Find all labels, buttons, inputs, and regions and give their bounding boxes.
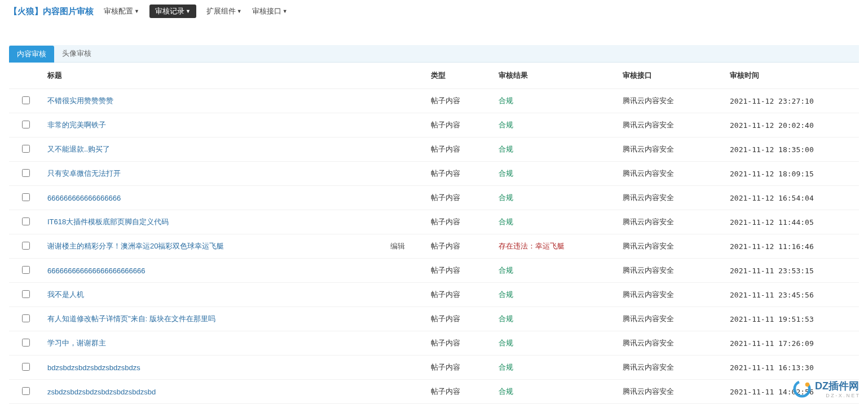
time-cell: 2021-11-12 11:16:46 [725, 234, 859, 259]
type-cell: 帖子内容 [426, 113, 494, 137]
table-row: 666666666666666666帖子内容合规腾讯云内容安全2021-11-1… [9, 186, 859, 210]
nav-label: 扩展组件 [206, 6, 236, 16]
type-cell: 帖子内容 [426, 186, 494, 210]
row-checkbox[interactable] [22, 121, 30, 128]
title-link[interactable]: 我不是人机 [47, 290, 84, 299]
api-cell: 腾讯云内容安全 [618, 89, 725, 113]
table-row: IT618大插件模板底部页脚自定义代码帖子内容合规腾讯云内容安全2021-11-… [9, 210, 859, 234]
row-checkbox[interactable] [22, 266, 30, 274]
col-result-header: 审核结果 [494, 63, 618, 89]
title-link[interactable]: 学习中，谢谢群主 [47, 339, 106, 347]
result-text: 合规 [499, 169, 513, 177]
api-cell: 腾讯云内容安全 [618, 113, 725, 137]
table-row: 又不能退款..购买了帖子内容合规腾讯云内容安全2021-11-12 18:35:… [9, 137, 859, 162]
top-nav: 【火狼】内容图片审核 审核配置 ▼审核记录 ▼扩展组件 ▼审核接口 ▼ [0, 0, 868, 23]
audit-table: 标题 类型 审核结果 审核接口 审核时间 不错很实用赞赞赞赞帖子内容合规腾讯云内… [9, 63, 859, 404]
title-link[interactable]: 666666666666666666666666 [47, 267, 146, 275]
nav-label: 审核接口 [252, 6, 281, 16]
type-cell: 帖子内容 [426, 234, 494, 259]
time-cell: 2021-11-11 19:51:53 [725, 307, 859, 331]
col-api-header: 审核接口 [618, 63, 725, 89]
table-row: 非常的完美啊铁子帖子内容合规腾讯云内容安全2021-11-12 20:02:40 [9, 113, 859, 137]
title-link[interactable]: 非常的完美啊铁子 [47, 121, 106, 129]
type-cell: 帖子内容 [426, 210, 494, 234]
table-row: 666666666666666666666666帖子内容合规腾讯云内容安全202… [9, 259, 859, 283]
api-cell: 腾讯云内容安全 [618, 234, 725, 259]
result-text: 合规 [499, 339, 513, 347]
api-cell: 腾讯云内容安全 [618, 210, 725, 234]
type-cell: 帖子内容 [426, 259, 494, 283]
chevron-down-icon: ▼ [283, 8, 288, 14]
time-cell: 2021-11-12 18:35:00 [725, 137, 859, 162]
table-row: zsbdzsbdzsbdzsbdzsbdzsbdzsbd帖子内容合规腾讯云内容安… [9, 380, 859, 404]
row-checkbox[interactable] [22, 169, 30, 177]
api-cell: 腾讯云内容安全 [618, 259, 725, 283]
result-text: 合规 [499, 314, 513, 323]
table-row: 我不是人机帖子内容合规腾讯云内容安全2021-11-11 23:45:56 [9, 283, 859, 307]
nav-item-0[interactable]: 审核配置 ▼ [104, 6, 139, 16]
title-link[interactable]: 666666666666666666 [47, 194, 121, 202]
title-link[interactable]: 又不能退款..购买了 [47, 145, 110, 153]
watermark-icon [792, 379, 812, 398]
time-cell: 2021-11-11 23:53:15 [725, 259, 859, 283]
type-cell: 帖子内容 [426, 283, 494, 307]
row-checkbox[interactable] [22, 145, 30, 153]
title-link[interactable]: zsbdzsbdzsbdzsbdzsbdzsbdzsbd [47, 388, 156, 396]
api-cell: 腾讯云内容安全 [618, 137, 725, 162]
edit-link[interactable]: 编辑 [390, 241, 405, 251]
watermark-text: DZ插件网 [815, 380, 859, 392]
title-link[interactable]: 有人知道修改帖子详情页"来自: 版块在文件在那里吗 [47, 314, 215, 323]
nav-item-1[interactable]: 审核记录 ▼ [149, 5, 196, 18]
result-text: 合规 [499, 266, 513, 274]
title-link[interactable]: 不错很实用赞赞赞赞 [47, 96, 113, 105]
result-text: 合规 [499, 217, 513, 226]
time-cell: 2021-11-11 16:13:30 [725, 356, 859, 380]
row-checkbox[interactable] [22, 217, 30, 225]
type-cell: 帖子内容 [426, 356, 494, 380]
type-cell: 帖子内容 [426, 137, 494, 162]
nav-label: 审核记录 [155, 6, 184, 16]
chevron-down-icon: ▼ [134, 8, 139, 14]
nav-item-2[interactable]: 扩展组件 ▼ [206, 6, 242, 16]
title-link[interactable]: bdzsbdzsbdzsbdzsbdzsbdzs [47, 363, 140, 372]
tab-1[interactable]: 头像审核 [54, 45, 99, 62]
table-row: 学习中，谢谢群主帖子内容合规腾讯云内容安全2021-11-11 17:26:09 [9, 331, 859, 356]
time-cell: 2021-11-12 20:02:40 [725, 113, 859, 137]
title-link[interactable]: 谢谢楼主的精彩分享！澳洲幸运20福彩双色球幸运飞艇 [47, 242, 224, 250]
api-cell: 腾讯云内容安全 [618, 283, 725, 307]
nav-item-3[interactable]: 审核接口 ▼ [252, 6, 288, 16]
api-cell: 腾讯云内容安全 [618, 380, 725, 404]
result-text: 合规 [499, 145, 513, 153]
result-text: 合规 [499, 387, 513, 396]
row-checkbox[interactable] [22, 339, 30, 347]
api-cell: 腾讯云内容安全 [618, 307, 725, 331]
col-title-header: 标题 [43, 63, 426, 89]
watermark-sub: D Z - X . N E T [815, 393, 859, 398]
row-checkbox[interactable] [22, 242, 30, 250]
row-checkbox[interactable] [22, 290, 30, 298]
col-time-header: 审核时间 [725, 63, 859, 89]
type-cell: 帖子内容 [426, 307, 494, 331]
row-checkbox[interactable] [22, 387, 30, 395]
result-text: 合规 [499, 121, 513, 129]
result-text: 合规 [499, 290, 513, 299]
time-cell: 2021-11-12 23:27:10 [725, 89, 859, 113]
title-link[interactable]: 只有安卓微信无法打开 [47, 169, 121, 177]
row-checkbox[interactable] [22, 314, 30, 322]
table-row: 不错很实用赞赞赞赞帖子内容合规腾讯云内容安全2021-11-12 23:27:1… [9, 89, 859, 113]
row-checkbox[interactable] [22, 96, 30, 104]
row-checkbox[interactable] [22, 193, 30, 201]
svg-point-1 [805, 383, 810, 387]
tab-0[interactable]: 内容审核 [9, 46, 54, 63]
api-cell: 腾讯云内容安全 [618, 331, 725, 356]
title-link[interactable]: IT618大插件模板底部页脚自定义代码 [47, 217, 169, 226]
table-row: bdzsbdzsbdzsbdzsbdzsbdzs帖子内容合规腾讯云内容安全202… [9, 356, 859, 380]
api-cell: 腾讯云内容安全 [618, 162, 725, 186]
type-cell: 帖子内容 [426, 162, 494, 186]
result-text: 合规 [499, 96, 513, 105]
time-cell: 2021-11-11 17:26:09 [725, 331, 859, 356]
result-text: 合规 [499, 363, 513, 371]
table-row: 有人知道修改帖子详情页"来自: 版块在文件在那里吗帖子内容合规腾讯云内容安全20… [9, 307, 859, 331]
row-checkbox[interactable] [22, 363, 30, 371]
nav-label: 审核配置 [104, 6, 133, 16]
